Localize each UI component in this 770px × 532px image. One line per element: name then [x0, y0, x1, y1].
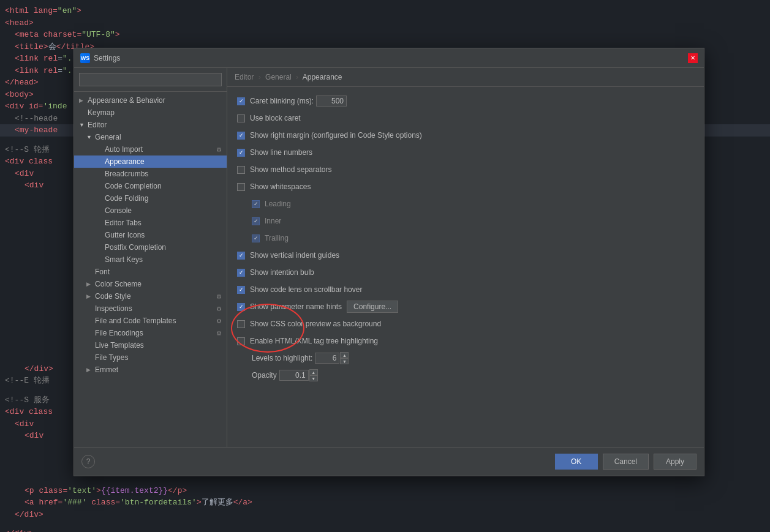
show-intention-bulb-checkbox[interactable] [237, 269, 245, 277]
caret-blinking-row: Caret blinking (ms): [237, 94, 694, 108]
settings-content: Editor › General › Appearance Caret blin… [227, 68, 704, 447]
sidebar-item-file-encodings[interactable]: File Encodings ⚙ [74, 327, 227, 339]
show-parameter-name-hints-checkbox[interactable] [237, 303, 245, 311]
arrow-icon [79, 110, 85, 116]
search-container [74, 68, 227, 92]
arrow-icon [96, 244, 102, 250]
sidebar-item-label: Code Folding [105, 194, 148, 203]
arrow-icon: ▶ [86, 367, 92, 373]
inner-checkbox[interactable] [252, 217, 260, 225]
settings-panel: Caret blinking (ms): Use block caret Sho… [227, 87, 704, 447]
sidebar-item-label: Auto Import [105, 145, 143, 154]
sidebar-item-editor-tabs[interactable]: Editor Tabs [74, 217, 227, 229]
arrow-icon [86, 330, 92, 336]
leading-row: Leading [237, 197, 694, 211]
sidebar-item-appearance-behavior[interactable]: ▶ Appearance & Behavior [74, 94, 227, 107]
show-whitespaces-checkbox[interactable] [237, 183, 245, 191]
enable-html-xml-checkbox[interactable] [237, 337, 245, 345]
leading-checkbox[interactable] [252, 200, 260, 208]
dialog-footer: ? OK Cancel Apply [74, 447, 704, 476]
configure-button[interactable]: Configure... [347, 301, 398, 313]
sidebar-item-label: Code Completion [105, 182, 162, 190]
sidebar-item-color-scheme[interactable]: ▶ Color Scheme [74, 278, 227, 290]
arrow-icon [96, 232, 102, 238]
arrow-icon [86, 318, 92, 324]
show-css-color-checkbox[interactable] [237, 320, 245, 328]
arrow-icon: ▶ [86, 281, 92, 287]
sidebar-item-console[interactable]: Console [74, 204, 227, 217]
arrow-icon [96, 171, 102, 177]
apply-button[interactable]: Apply [654, 454, 696, 470]
show-code-lens-checkbox[interactable] [237, 286, 245, 294]
breadcrumb-current: Appearance [303, 73, 342, 81]
arrow-icon: ▼ [79, 122, 85, 128]
levels-to-highlight-row: Levels to highlight: ▲ ▼ [237, 351, 694, 365]
sidebar-item-code-style[interactable]: ▶ Code Style ⚙ [74, 290, 227, 302]
sidebar-item-label: Editor Tabs [105, 219, 142, 227]
show-vertical-indent-guides-label: Show vertical indent guides [250, 251, 339, 260]
breadcrumb-sep1: › [259, 73, 261, 81]
levels-down-button[interactable]: ▼ [340, 358, 349, 364]
sidebar-item-general[interactable]: ▼ General [74, 131, 227, 143]
help-button[interactable]: ? [81, 455, 95, 468]
breadcrumb-editor: Editor [235, 73, 254, 81]
sidebar-item-postfix-completion[interactable]: Postfix Completion [74, 241, 227, 253]
inner-row: Inner [237, 214, 694, 228]
opacity-input[interactable] [279, 370, 309, 381]
sidebar-item-label: File Types [95, 353, 128, 362]
levels-up-button[interactable]: ▲ [340, 352, 349, 358]
title-bar: WS Settings ✕ [74, 48, 704, 68]
cancel-button[interactable]: Cancel [603, 454, 649, 470]
gear-icon: ⚙ [216, 146, 222, 153]
sidebar-item-inspections[interactable]: Inspections ⚙ [74, 302, 227, 315]
levels-input[interactable] [315, 353, 339, 364]
sidebar-item-emmet[interactable]: ▶ Emmet [74, 364, 227, 376]
use-block-caret-checkbox[interactable] [237, 114, 245, 122]
sidebar-item-live-templates[interactable]: Live Templates [74, 339, 227, 351]
show-parameter-name-hints-row: Show parameter name hints Configure... [237, 300, 694, 313]
show-method-separators-checkbox[interactable] [237, 166, 245, 174]
sidebar-item-keymap[interactable]: Keymap [74, 107, 227, 119]
trailing-checkbox[interactable] [252, 234, 260, 242]
show-method-separators-row: Show method separators [237, 163, 694, 176]
sidebar-item-auto-import[interactable]: Auto Import ⚙ [74, 143, 227, 155]
sidebar-item-label: General [95, 133, 121, 141]
levels-spinner: ▲ ▼ [315, 352, 349, 364]
settings-tree: ▶ Appearance & Behavior Keymap ▼ Editor … [74, 92, 227, 447]
sidebar-item-breadcrumbs[interactable]: Breadcrumbs [74, 168, 227, 180]
sidebar-item-font[interactable]: Font [74, 266, 227, 278]
search-input[interactable] [79, 73, 222, 86]
show-line-numbers-checkbox[interactable] [237, 149, 245, 157]
sidebar-item-appearance[interactable]: Appearance [74, 155, 227, 168]
breadcrumb-sep2: › [296, 73, 298, 81]
sidebar-item-code-completion[interactable]: Code Completion [74, 180, 227, 192]
show-vertical-indent-guides-checkbox[interactable] [237, 252, 245, 260]
sidebar-item-label: Live Templates [95, 341, 144, 350]
ok-button[interactable]: OK [555, 454, 598, 470]
caret-blinking-input[interactable] [316, 96, 347, 107]
sidebar-item-smart-keys[interactable]: Smart Keys [74, 253, 227, 266]
show-right-margin-checkbox[interactable] [237, 132, 245, 140]
breadcrumb-general: General [265, 73, 292, 81]
sidebar-item-gutter-icons[interactable]: Gutter Icons [74, 229, 227, 241]
arrow-icon [96, 195, 102, 201]
sidebar-item-file-types[interactable]: File Types [74, 351, 227, 364]
sidebar-item-label: Font [95, 268, 110, 276]
opacity-down-button[interactable]: ▼ [309, 375, 318, 381]
sidebar-item-label: Keymap [88, 108, 115, 117]
ws-logo-icon: WS [80, 53, 90, 63]
close-button[interactable]: ✕ [688, 53, 698, 63]
settings-dialog: WS Settings ✕ ▶ Appearance & Behavior Ke… [74, 48, 704, 476]
sidebar-item-editor[interactable]: ▼ Editor [74, 119, 227, 131]
show-code-lens-label: Show code lens on scrollbar hover [250, 285, 362, 294]
sidebar-item-file-and-code-templates[interactable]: File and Code Templates ⚙ [74, 315, 227, 327]
sidebar-item-label: Emmet [95, 365, 118, 374]
arrow-icon [96, 257, 102, 263]
caret-blinking-checkbox[interactable] [237, 97, 245, 105]
sidebar-item-label: Appearance & Behavior [88, 96, 165, 105]
opacity-up-button[interactable]: ▲ [309, 369, 318, 375]
enable-html-xml-label: Enable HTML/XML tag tree highlighting [250, 337, 378, 345]
arrow-icon: ▼ [86, 134, 92, 140]
sidebar-item-code-folding[interactable]: Code Folding [74, 192, 227, 204]
gear-icon: ⚙ [216, 305, 222, 312]
